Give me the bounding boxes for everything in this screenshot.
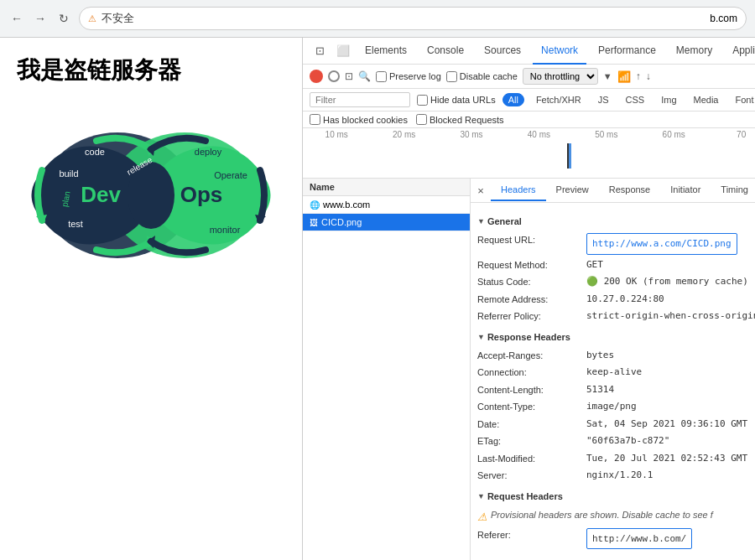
tab-performance[interactable]: Performance — [590, 38, 664, 65]
status-code-row: Status Code: 🟢 200 OK (from memory cache… — [477, 273, 755, 291]
hide-data-label[interactable]: Hide data URLs — [417, 95, 496, 106]
preserve-log-label[interactable]: Preserve log — [376, 71, 441, 82]
request-url-value: http://www.a.com/CICD.png — [586, 233, 737, 255]
filter-css-button[interactable]: CSS — [621, 94, 650, 106]
tab-applic[interactable]: Applic — [724, 38, 755, 65]
filter-img-button[interactable]: Img — [656, 94, 681, 106]
timeline-bar-blue — [569, 143, 571, 169]
request-headers-section-header: Request Headers — [477, 491, 755, 501]
detail-header: × Headers Preview Response Initiator Tim… — [471, 179, 755, 203]
address-bar[interactable]: ⚠ 不安全 b.com — [79, 7, 747, 30]
remote-address-value: 10.27.0.224:80 — [586, 293, 664, 307]
status-code-label: Status Code: — [477, 275, 586, 289]
url-display: 不安全 — [102, 11, 701, 26]
detail-content: General Request URL: http://www.a.com/CI… — [471, 203, 755, 557]
detail-tab-timing[interactable]: Timing — [711, 179, 755, 201]
wifi-icon: 📶 — [617, 70, 631, 83]
referrer-policy-row: Referrer Policy: strict-origin-when-cros… — [477, 308, 755, 325]
request-item-www[interactable]: 🌐 www.b.com — [303, 196, 470, 214]
referer-url: http://www.b.com/ — [592, 534, 686, 544]
filter-fetch-button[interactable]: Fetch/XHR — [531, 94, 586, 106]
connection-value: keep-alive — [586, 366, 642, 380]
throttle-arrow-icon: ▼ — [603, 71, 612, 81]
network-main: Name 🌐 www.b.com 🖼 CICD.png × — [303, 179, 755, 560]
disable-cache-checkbox[interactable] — [446, 71, 457, 82]
stop-button[interactable] — [328, 70, 340, 82]
devops-logo: Dev Ops code build test plan release dep… — [17, 103, 285, 288]
svg-text:deploy: deploy — [195, 147, 222, 157]
request-item-cicd[interactable]: 🖼 CICD.png — [303, 214, 470, 231]
request-method-value: GET — [586, 258, 603, 272]
hide-data-checkbox[interactable] — [417, 95, 428, 106]
filter-media-button[interactable]: Media — [689, 94, 724, 106]
has-blocked-cookies-checkbox[interactable] — [310, 114, 320, 125]
detail-close-button[interactable]: × — [471, 179, 491, 202]
filter-font-button[interactable]: Font — [730, 94, 755, 106]
inspect-element-button[interactable]: ⊡ — [310, 41, 330, 61]
content-type-label: Content-Type: — [477, 400, 586, 414]
etag-row: ETag: "60f63a7b-c872" — [477, 433, 755, 450]
blocked-requests-checkbox[interactable] — [416, 114, 427, 125]
request-method-row: Request Method: GET — [477, 257, 755, 274]
detail-tab-initiator[interactable]: Initiator — [660, 179, 711, 201]
device-toggle-button[interactable]: ⬜ — [333, 41, 353, 61]
timeline-label-10: 10 ms — [303, 130, 370, 139]
preserve-log-checkbox[interactable] — [376, 71, 387, 82]
svg-text:Dev: Dev — [81, 182, 121, 207]
disable-cache-label[interactable]: Disable cache — [446, 71, 518, 82]
blocked-requests-label[interactable]: Blocked Requests — [416, 114, 504, 125]
request-url-link[interactable]: http://www.a.com/CICD.png — [592, 238, 732, 249]
remote-address-label: Remote Address: — [477, 293, 586, 307]
referer-label: Referer: — [477, 528, 586, 550]
filter-input[interactable] — [310, 92, 410, 107]
last-modified-label: Last-Modified: — [477, 452, 586, 466]
request-url-row: Request URL: http://www.a.com/CICD.png — [477, 231, 755, 257]
detail-tab-preview[interactable]: Preview — [546, 179, 599, 201]
tab-memory[interactable]: Memory — [668, 38, 721, 65]
devtools-panel: ⊡ ⬜ Elements Console Sources Network Per… — [302, 38, 755, 560]
throttle-select[interactable]: No throttling — [523, 68, 598, 85]
blocked-bar: Has blocked cookies Blocked Requests — [303, 111, 755, 128]
nav-bar: ← → ↻ ⚠ 不安全 b.com — [0, 0, 755, 37]
content-length-label: Content-Length: — [477, 383, 586, 397]
filter-all-button[interactable]: All — [502, 93, 524, 106]
remote-address-row: Remote Address: 10.27.0.224:80 — [477, 291, 755, 309]
date-row: Date: Sat, 04 Sep 2021 09:36:10 GMT — [477, 416, 755, 433]
etag-label: ETag: — [477, 434, 586, 449]
status-code-value: 🟢 200 OK (from memory cache) — [586, 275, 748, 289]
referrer-policy-value: strict-origin-when-cross-origin — [586, 309, 755, 324]
connection-label: Connection: — [477, 366, 586, 380]
referrer-policy-label: Referrer Policy: — [477, 309, 586, 324]
tab-console[interactable]: Console — [419, 38, 472, 65]
record-button[interactable] — [310, 70, 323, 83]
filter-bar: Hide data URLs All Fetch/XHR JS CSS Img … — [303, 89, 755, 111]
timeline: 10 ms 20 ms 30 ms 40 ms 50 ms 60 ms 70 — [303, 128, 755, 179]
warning-icon: ⚠ — [477, 511, 487, 523]
back-button[interactable]: ← — [8, 10, 25, 27]
tab-network[interactable]: Network — [533, 38, 586, 65]
forward-button[interactable]: → — [32, 10, 49, 27]
timeline-label-30: 30 ms — [438, 130, 505, 139]
content-length-row: Content-Length: 51314 — [477, 381, 755, 399]
svg-text:Operate: Operate — [214, 170, 247, 180]
detail-tab-response[interactable]: Response — [599, 179, 661, 201]
filter-icon: ⊡ — [345, 70, 353, 82]
timeline-bars — [303, 139, 755, 173]
timeline-labels: 10 ms 20 ms 30 ms 40 ms 50 ms 60 ms 70 — [303, 128, 755, 139]
accept-ranges-label: Accept-Ranges: — [477, 349, 586, 363]
detail-tab-headers[interactable]: Headers — [491, 179, 546, 201]
last-modified-row: Last-Modified: Tue, 20 Jul 2021 02:52:43… — [477, 450, 755, 468]
upload-icon: ↑ — [636, 70, 641, 82]
tab-sources[interactable]: Sources — [476, 38, 529, 65]
lock-icon: ⚠ — [88, 13, 96, 24]
timeline-label-70: 70 — [707, 130, 755, 139]
detail-panel: × Headers Preview Response Initiator Tim… — [471, 179, 755, 560]
devtools-toolbar: ⊡ ⬜ Elements Console Sources Network Per… — [303, 38, 755, 65]
request-url-label: Request URL: — [477, 233, 586, 255]
page-title: 我是盗链服务器 — [17, 54, 285, 86]
date-value: Sat, 04 Sep 2021 09:36:10 GMT — [586, 417, 747, 432]
filter-js-button[interactable]: JS — [593, 94, 614, 106]
has-blocked-cookies-label[interactable]: Has blocked cookies — [310, 114, 408, 125]
reload-button[interactable]: ↻ — [55, 10, 72, 27]
tab-elements[interactable]: Elements — [357, 38, 415, 65]
